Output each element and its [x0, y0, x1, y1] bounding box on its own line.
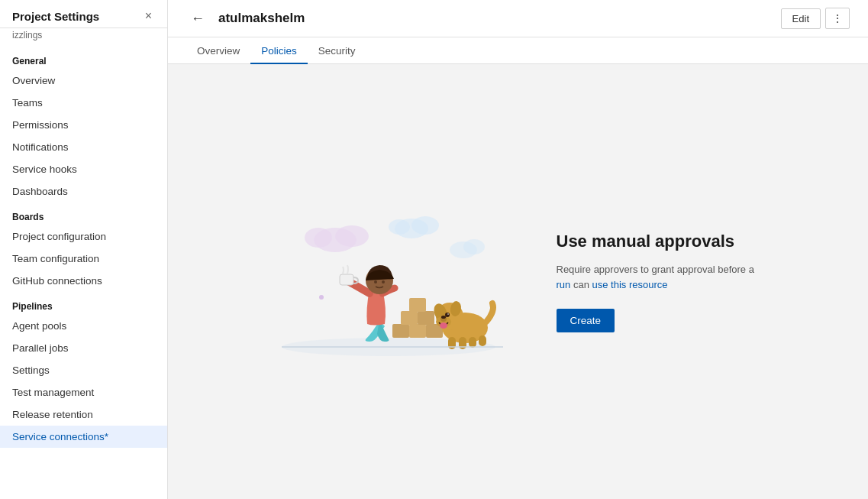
sidebar-item-permissions[interactable]: Permissions: [0, 114, 167, 136]
more-button[interactable]: ⋮: [825, 8, 850, 29]
svg-point-9: [319, 295, 324, 300]
topbar-actions: Edit ⋮: [781, 8, 850, 29]
desc-run: run: [557, 279, 571, 290]
svg-point-2: [305, 228, 332, 248]
desc-part2: can: [570, 279, 592, 290]
section-pipelines: Pipelines: [0, 292, 167, 315]
tabs: Overview Policies Security: [168, 37, 868, 64]
back-button[interactable]: ←: [186, 9, 209, 28]
svg-point-14: [382, 280, 385, 284]
sidebar-item-team-configuration[interactable]: Team configuration: [0, 248, 167, 270]
svg-rect-15: [392, 324, 409, 338]
tab-policies[interactable]: Policies: [250, 37, 308, 64]
sidebar-item-agent-pools[interactable]: Agent pools: [0, 315, 167, 337]
svg-rect-11: [340, 274, 353, 285]
topbar: ← atulmakshelm Edit ⋮: [168, 0, 868, 37]
sidebar-item-teams[interactable]: Teams: [0, 92, 167, 114]
sidebar-item-pipeline-settings[interactable]: Settings: [0, 359, 167, 381]
svg-point-27: [441, 316, 446, 319]
tab-security[interactable]: Security: [308, 37, 366, 64]
svg-point-13: [374, 280, 377, 284]
message-box: Use manual approvals Require approvers t…: [557, 231, 770, 332]
sidebar-title: Project Settings: [12, 10, 99, 23]
svg-rect-18: [401, 311, 418, 325]
svg-rect-34: [479, 335, 486, 346]
sidebar-item-parallel-jobs[interactable]: Parallel jobs: [0, 337, 167, 359]
svg-rect-20: [409, 298, 426, 312]
svg-point-7: [463, 239, 485, 254]
sidebar-item-dashboards[interactable]: Dashboards: [0, 180, 167, 203]
sidebar-item-service-hooks[interactable]: Service hooks: [0, 158, 167, 180]
content-area: Use manual approvals Require approvers t…: [168, 64, 868, 499]
svg-point-30: [440, 322, 447, 329]
svg-point-4: [411, 216, 439, 235]
section-boards: Boards: [0, 203, 167, 225]
sidebar-item-github-connections[interactable]: GitHub connections: [0, 270, 167, 292]
sidebar-item-project-configuration[interactable]: Project configuration: [0, 225, 167, 248]
svg-rect-33: [469, 337, 476, 348]
illustration-image: [266, 198, 511, 366]
desc-use: use this resource: [592, 279, 667, 290]
close-button[interactable]: ×: [142, 8, 155, 24]
tab-overview[interactable]: Overview: [186, 37, 250, 64]
desc-part1: Require approvers to grant approval befo…: [557, 264, 754, 275]
sidebar-item-release-retention[interactable]: Release retention: [0, 403, 167, 426]
sidebar-item-service-connections[interactable]: Service connections*: [0, 426, 167, 448]
sidebar: Project Settings × izzlings General Over…: [0, 0, 168, 499]
svg-point-28: [445, 313, 450, 317]
svg-point-5: [389, 219, 410, 235]
edit-button[interactable]: Edit: [781, 8, 821, 29]
section-general: General: [0, 47, 167, 70]
message-title: Use manual approvals: [557, 231, 770, 253]
sidebar-subtitle: izzlings: [0, 28, 167, 47]
svg-point-29: [447, 313, 449, 315]
sidebar-item-overview[interactable]: Overview: [0, 70, 167, 92]
svg-rect-16: [409, 324, 426, 338]
illustration-area: Use manual approvals Require approvers t…: [251, 183, 786, 381]
main-content: ← atulmakshelm Edit ⋮ Overview Policies …: [168, 0, 868, 499]
create-button[interactable]: Create: [557, 309, 615, 332]
sidebar-item-test-management[interactable]: Test management: [0, 381, 167, 403]
svg-rect-19: [418, 311, 434, 325]
sidebar-item-notifications[interactable]: Notifications: [0, 136, 167, 158]
sidebar-header: Project Settings ×: [0, 0, 167, 28]
svg-point-1: [335, 225, 369, 247]
message-desc: Require approvers to grant approval befo…: [557, 262, 770, 294]
topbar-title: atulmakshelm: [218, 11, 772, 26]
